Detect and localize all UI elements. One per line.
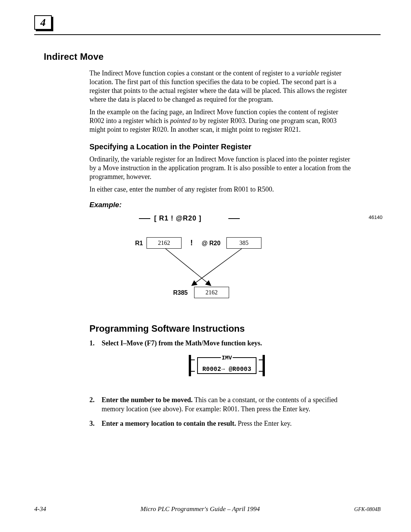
chapter-number: 4 xyxy=(40,16,46,28)
page-footer: 4-34 Micro PLC Programmer's Guide – Apri… xyxy=(34,505,381,513)
figure-number: 46140 xyxy=(369,214,382,220)
chapter-number-box: 4 xyxy=(34,15,52,30)
step-3-number: 3. xyxy=(89,419,95,428)
svg-line-0 xyxy=(166,249,210,285)
step-2: 2. Enter the number to be moved. This ca… xyxy=(89,395,352,414)
footer-page-number: 4-34 xyxy=(34,505,46,513)
section-title: Indirect Move xyxy=(44,51,352,62)
step-2-lead: Enter the number to be moved. xyxy=(102,396,193,404)
p1a: The Indirect Move function copies a cons… xyxy=(89,69,296,77)
step-2-number: 2. xyxy=(89,395,95,404)
section-body: The Indirect Move function copies a cons… xyxy=(89,69,352,428)
instructions-title: Programming Software Instructions xyxy=(89,323,352,334)
step-1-number: 1. xyxy=(89,339,95,348)
fn-right-rail xyxy=(263,355,265,376)
step-3-rest: Press the Enter key. xyxy=(236,420,292,427)
step-3-lead: Enter a memory location to contain the r… xyxy=(102,420,236,427)
example-heading: Example: xyxy=(89,201,352,209)
step-1-text: Select I–Move (F7) from the Math/Move fu… xyxy=(102,339,262,347)
imv-function-block: IMV R0002→ @R0003 xyxy=(189,355,265,376)
footer-document-title: Micro PLC Programmer's Guide – April 199… xyxy=(140,505,260,513)
p1-variable-word: variable xyxy=(296,69,319,77)
diagram-arrows xyxy=(89,212,352,311)
page-header: 4 xyxy=(34,15,381,35)
header-rule xyxy=(34,34,381,35)
intro-paragraph-2: In the example on the facing page, an In… xyxy=(89,108,352,134)
fn-left-rail xyxy=(189,355,191,376)
footer-document-id: GFK-0804B xyxy=(354,506,381,513)
step-3: 3. Enter a memory location to contain th… xyxy=(89,419,352,428)
example-diagram: [ R1 ! @R20 ] 46140 R1 2162 ! @ R20 385 … xyxy=(89,212,352,311)
step-1: 1. Select I–Move (F7) from the Math/Move… xyxy=(89,339,352,376)
content-area: Indirect Move The Indirect Move function… xyxy=(44,51,352,434)
sub-paragraph-1: Ordinarily, the variable register for an… xyxy=(89,155,352,181)
intro-paragraph-1: The Indirect Move function copies a cons… xyxy=(89,69,352,104)
instruction-steps: 1. Select I–Move (F7) from the Math/Move… xyxy=(89,339,352,428)
svg-line-1 xyxy=(192,249,242,285)
sub-paragraph-2: In either case, enter the number of any … xyxy=(89,185,352,194)
fn-inner-box: IMV R0002→ @R0003 xyxy=(197,357,256,374)
p2-pointed-to: pointed to xyxy=(170,117,198,125)
subheading: Specifying a Location in the Pointer Reg… xyxy=(89,142,352,151)
fn-title: IMV xyxy=(221,355,233,362)
